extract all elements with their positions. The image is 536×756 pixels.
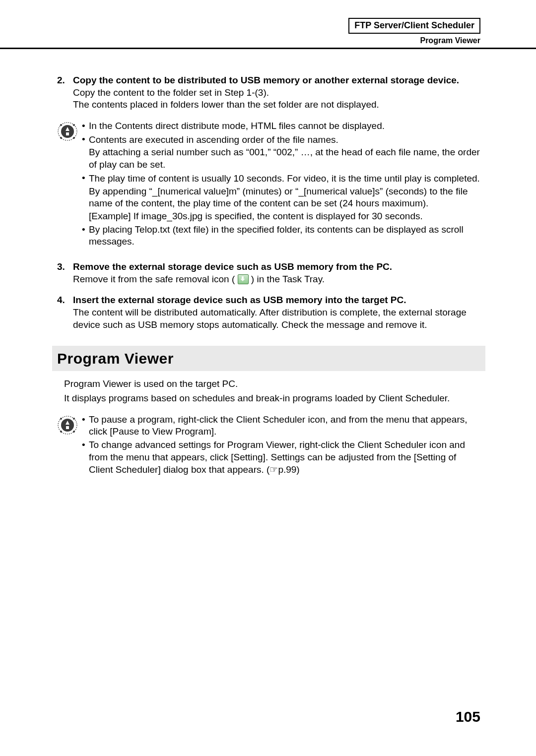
section-heading: Program Viewer [57, 349, 480, 368]
svg-point-12 [60, 431, 62, 433]
svg-rect-2 [66, 132, 69, 135]
bullet-dot: • [82, 439, 89, 476]
page-number: 105 [456, 707, 480, 726]
step-3-title: Remove the external storage device such … [73, 261, 392, 273]
svg-point-5 [60, 137, 62, 139]
step-3: 3. Remove the external storage device su… [57, 261, 480, 285]
tips2-bullet-2: To change advanced settings for Program … [89, 439, 480, 476]
step-2-line2: The contents placed in folders lower tha… [73, 99, 480, 111]
step-4-title: Insert the external storage device such … [73, 294, 406, 307]
tips2-bullet-1: To pause a program, right-click the Clie… [89, 414, 480, 438]
tips-icon [57, 415, 78, 436]
bullet-dot: • [82, 172, 89, 223]
svg-point-1 [61, 125, 74, 138]
section-heading-bar: Program Viewer [52, 346, 485, 371]
tips1-bullet-3c: [Example] If image_30s.jpg is specified,… [89, 210, 480, 223]
bullet-dot: • [82, 120, 89, 132]
tips-block-2: • To pause a program, right-click the Cl… [57, 414, 480, 477]
step-4: 4. Insert the external storage device su… [57, 294, 480, 331]
tips1-bullet-3b: By appending “_[numerical value]m” (minu… [89, 186, 480, 210]
page: FTP Server/Client Scheduler Program View… [0, 0, 536, 756]
bullet-dot: • [82, 133, 89, 171]
tips-icon [57, 121, 78, 142]
tips-block-1: • In the Contents direct distribute mode… [57, 120, 480, 249]
tips1-bullet-2b: By attaching a serial number such as “00… [89, 146, 480, 171]
header-rule [0, 48, 536, 49]
svg-point-13 [73, 431, 75, 433]
svg-point-6 [73, 137, 75, 139]
svg-point-4 [73, 124, 75, 126]
safe-removal-icon [238, 274, 249, 284]
bullet-dot: • [82, 224, 89, 248]
svg-rect-9 [66, 426, 69, 429]
step-4-number: 4. [57, 294, 73, 307]
tips1-bullet-3a: The play time of content is usually 10 s… [89, 173, 480, 185]
tips1-bullet-2a: Contents are executed in ascending order… [89, 134, 480, 146]
svg-point-3 [60, 124, 62, 126]
tips1-bullet-1: In the Contents direct distribute mode, … [89, 120, 480, 132]
svg-point-11 [73, 418, 75, 420]
section-intro-2: It displays programs based on schedules … [64, 392, 480, 405]
header-title-box: FTP Server/Client Scheduler [348, 18, 480, 34]
step-3-line1a: Remove it from the safe removal icon ( [73, 274, 235, 284]
step-3-number: 3. [57, 261, 73, 273]
step-2-number: 2. [57, 74, 73, 87]
header-subtitle: Program Viewer [348, 36, 480, 46]
content-area: 2. Copy the content to be distributed to… [57, 74, 480, 489]
page-header: FTP Server/Client Scheduler Program View… [348, 18, 480, 46]
step-2-title: Copy the content to be distributed to US… [73, 74, 459, 87]
step-3-line1b: ) in the Task Tray. [251, 274, 325, 284]
tips1-bullet-4: By placing Telop.txt (text file) in the … [89, 224, 480, 248]
step-2-line1: Copy the content to the folder set in St… [73, 87, 480, 99]
step-2: 2. Copy the content to be distributed to… [57, 74, 480, 111]
svg-point-8 [61, 419, 74, 432]
section-intro-1: Program Viewer is used on the target PC. [64, 378, 480, 390]
step-4-line1: The content will be distributed automati… [73, 307, 480, 331]
bullet-dot: • [82, 414, 89, 438]
svg-point-10 [60, 418, 62, 420]
